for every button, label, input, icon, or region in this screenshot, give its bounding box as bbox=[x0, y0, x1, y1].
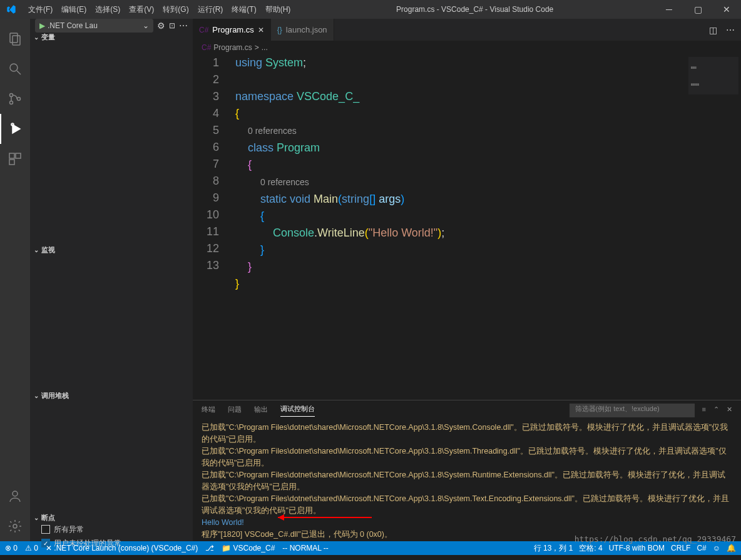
close-tab-icon[interactable]: ✕ bbox=[258, 26, 264, 34]
svg-point-2 bbox=[10, 64, 18, 71]
panel-tab-problems[interactable]: 问题 bbox=[228, 405, 242, 417]
svg-rect-0 bbox=[10, 33, 18, 43]
panel-tab-output[interactable]: 输出 bbox=[254, 405, 268, 417]
more-actions-icon[interactable]: ⋯ bbox=[179, 21, 188, 31]
status-errors[interactable]: ⊗ 0 bbox=[5, 541, 18, 555]
code-content: using System; namespace VSCode_C_{ 0 ref… bbox=[230, 54, 444, 400]
json-file-icon: {} bbox=[277, 26, 282, 34]
status-warnings[interactable]: ⚠ 0 bbox=[25, 541, 38, 555]
console-line: 已加载"C:\Program Files\dotnet\shared\Micro… bbox=[202, 445, 732, 469]
clear-console-icon[interactable]: ≡ bbox=[702, 405, 706, 415]
chevron-down-icon: ⌄ bbox=[34, 34, 39, 41]
status-live-share[interactable]: ⎇ bbox=[205, 541, 214, 555]
menu-run[interactable]: 运行(R) bbox=[193, 4, 228, 15]
menu-view[interactable]: 查看(V) bbox=[125, 4, 158, 15]
variables-section-header[interactable]: ⌄变量 bbox=[30, 33, 193, 42]
debug-console-output[interactable]: 已加载"C:\Program Files\dotnet\shared\Micro… bbox=[193, 420, 741, 541]
csharp-file-icon: C# bbox=[199, 26, 208, 34]
chevron-down-icon: ⌄ bbox=[143, 21, 149, 30]
filter-input[interactable]: 筛选器(例如 text、!exclude) bbox=[570, 404, 695, 417]
svg-point-11 bbox=[13, 491, 18, 496]
window-title: Program.cs - VSCode_C# - Visual Studio C… bbox=[295, 5, 655, 14]
breakpoint-item[interactable]: 所有异常 bbox=[41, 522, 193, 536]
menu-go[interactable]: 转到(G) bbox=[158, 4, 193, 15]
breadcrumb[interactable]: C# Program.cs > ... bbox=[193, 41, 741, 54]
csharp-file-icon: C# bbox=[202, 43, 211, 52]
line-numbers: 12345678910111213 bbox=[193, 54, 230, 400]
watch-section-header[interactable]: ⌄监视 bbox=[30, 245, 193, 255]
chevron-down-icon: ⌄ bbox=[34, 514, 39, 521]
panel: 终端 问题 输出 调试控制台 筛选器(例如 text、!exclude) ≡ ⌃… bbox=[193, 400, 741, 541]
console-line: 已加载"C:\Program Files\dotnet\shared\Micro… bbox=[202, 469, 732, 493]
search-icon[interactable] bbox=[0, 54, 30, 84]
svg-point-4 bbox=[10, 94, 13, 97]
variables-body bbox=[30, 42, 193, 245]
panel-tab-terminal[interactable]: 终端 bbox=[202, 405, 215, 417]
svg-rect-10 bbox=[9, 160, 14, 165]
debug-config-name: .NET Core Lau bbox=[48, 21, 98, 30]
code-editor[interactable]: 12345678910111213 using System; namespac… bbox=[193, 54, 741, 400]
tab-label: launch.json bbox=[286, 25, 327, 34]
breadcrumb-sep: > bbox=[255, 43, 259, 52]
debug-views-icon[interactable]: ⊡ bbox=[169, 21, 175, 30]
annotation-arrow bbox=[278, 514, 378, 521]
status-cursor-position[interactable]: 行 13，列 1 bbox=[534, 541, 573, 555]
panel-tab-debug-console[interactable]: 调试控制台 bbox=[280, 404, 315, 417]
source-control-icon[interactable] bbox=[0, 84, 30, 114]
debug-settings-icon[interactable]: ⚙ bbox=[157, 21, 165, 31]
svg-point-6 bbox=[18, 98, 21, 101]
status-folder[interactable]: 📁 VSCode_C# bbox=[222, 541, 275, 555]
editor-group: C# Program.cs ✕ {} launch.json ◫ ⋯ C# Pr… bbox=[193, 19, 741, 541]
extensions-icon[interactable] bbox=[0, 144, 30, 174]
settings-gear-icon[interactable] bbox=[0, 511, 30, 541]
checkbox-icon[interactable] bbox=[41, 525, 50, 534]
breadcrumb-file: Program.cs bbox=[213, 43, 252, 52]
svg-point-12 bbox=[13, 524, 17, 528]
close-panel-icon[interactable]: ✕ bbox=[727, 405, 732, 416]
tab-launch-json[interactable]: {} launch.json bbox=[271, 19, 334, 41]
watch-body bbox=[30, 255, 193, 391]
titlebar: 文件(F) 编辑(E) 选择(S) 查看(V) 转到(G) 运行(R) 终端(T… bbox=[0, 0, 741, 19]
split-editor-icon[interactable]: ◫ bbox=[709, 25, 717, 35]
menu-help[interactable]: 帮助(H) bbox=[261, 4, 295, 15]
console-line: 已加载"C:\Program Files\dotnet\shared\Micro… bbox=[202, 422, 732, 445]
explorer-icon[interactable] bbox=[0, 24, 30, 54]
start-debug-icon: ▶ bbox=[39, 21, 45, 30]
svg-line-3 bbox=[17, 71, 21, 74]
tab-program-cs[interactable]: C# Program.cs ✕ bbox=[193, 19, 271, 41]
menu-terminal[interactable]: 终端(T) bbox=[227, 4, 260, 15]
sidebar: ▶ .NET Core Lau ⌄ ⚙ ⊡ ⋯ ⌄变量 ⌄监视 ⌄调用堆栈 ⌄断… bbox=[30, 19, 193, 541]
maximize-button[interactable]: ▢ bbox=[683, 0, 712, 19]
svg-marker-14 bbox=[278, 514, 284, 521]
svg-point-5 bbox=[10, 101, 13, 104]
callstack-body bbox=[30, 400, 193, 513]
status-debug-target[interactable]: ✕ .NET Core Launch (console) (VSCode_C#) bbox=[46, 541, 198, 555]
more-actions-icon[interactable]: ⋯ bbox=[726, 25, 735, 35]
svg-rect-1 bbox=[13, 36, 20, 45]
minimize-button[interactable]: ─ bbox=[655, 0, 683, 19]
panel-tabs: 终端 问题 输出 调试控制台 筛选器(例如 text、!exclude) ≡ ⌃… bbox=[193, 400, 741, 420]
tab-label: Program.cs bbox=[212, 25, 253, 34]
editor-tabs: C# Program.cs ✕ {} launch.json ◫ ⋯ bbox=[193, 19, 741, 41]
vscode-logo-icon bbox=[0, 4, 22, 14]
breakpoints-section-header[interactable]: ⌄断点 bbox=[30, 513, 193, 522]
chevron-down-icon: ⌄ bbox=[34, 392, 39, 399]
collapse-panel-icon[interactable]: ⌃ bbox=[713, 405, 719, 416]
svg-rect-9 bbox=[16, 153, 21, 158]
minimap[interactable]: ██████████████ ██████ ████ bbox=[688, 57, 738, 94]
watermark-text: https://blog.csdn.net/qq_29339467 bbox=[575, 534, 736, 544]
status-vim-mode: -- NORMAL -- bbox=[282, 541, 329, 555]
menu-edit[interactable]: 编辑(E) bbox=[57, 4, 91, 15]
activity-bar bbox=[0, 19, 30, 541]
account-icon[interactable] bbox=[0, 481, 30, 511]
callstack-section-header[interactable]: ⌄调用堆栈 bbox=[30, 391, 193, 400]
chevron-down-icon: ⌄ bbox=[34, 247, 39, 253]
menu-bar: 文件(F) 编辑(E) 选择(S) 查看(V) 转到(G) 运行(R) 终端(T… bbox=[22, 4, 295, 15]
svg-rect-8 bbox=[9, 153, 14, 158]
close-button[interactable]: ✕ bbox=[712, 0, 741, 19]
menu-select[interactable]: 选择(S) bbox=[91, 4, 125, 15]
debug-config-selector[interactable]: ▶ .NET Core Lau ⌄ bbox=[35, 19, 153, 33]
menu-file[interactable]: 文件(F) bbox=[24, 4, 57, 15]
breadcrumb-more: ... bbox=[262, 43, 268, 52]
run-debug-icon[interactable] bbox=[0, 114, 30, 144]
